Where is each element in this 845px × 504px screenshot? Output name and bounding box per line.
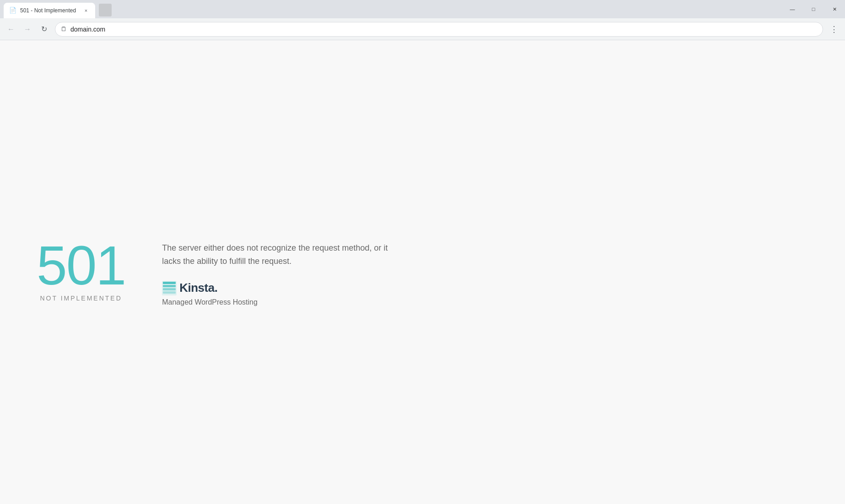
- minimize-button[interactable]: —: [782, 0, 803, 18]
- chrome-menu-button[interactable]: ⋮: [827, 22, 841, 37]
- maximize-button[interactable]: □: [803, 0, 824, 18]
- toolbar: ← → ↻ 🗒 ⋮: [0, 18, 845, 40]
- error-number: 501: [37, 238, 125, 293]
- close-icon: ✕: [833, 6, 837, 12]
- svg-rect-1: [163, 282, 176, 284]
- maximize-icon: □: [812, 6, 815, 12]
- back-icon: ←: [7, 25, 15, 33]
- kinsta-logo: Kinsta.: [162, 281, 400, 295]
- tab-bar: 📄 501 - Not Implemented ×: [4, 2, 112, 18]
- close-button[interactable]: ✕: [824, 0, 845, 18]
- forward-button[interactable]: →: [20, 22, 35, 37]
- error-code-section: 501 NOT IMPLEMENTED: [37, 238, 125, 302]
- reload-button[interactable]: ↻: [37, 22, 51, 37]
- error-details: The server either does not recognize the…: [162, 238, 400, 306]
- kinsta-tagline: Managed WordPress Hosting: [162, 298, 400, 306]
- error-label-text: NOT IMPLEMENTED: [40, 295, 122, 302]
- chrome-frame: 📄 501 - Not Implemented × — □ ✕ ← →: [0, 0, 845, 504]
- error-description: The server either does not recognize the…: [162, 241, 400, 268]
- reload-icon: ↻: [41, 25, 47, 33]
- page-info-icon: 🗒: [61, 26, 67, 32]
- tab-title: 501 - Not Implemented: [20, 7, 79, 14]
- title-bar: 📄 501 - Not Implemented × — □ ✕: [0, 0, 845, 18]
- forward-icon: →: [24, 25, 31, 33]
- kinsta-brand: Kinsta. Managed WordPress Hosting: [162, 281, 400, 306]
- page-content: 501 NOT IMPLEMENTED The server either do…: [0, 40, 845, 504]
- new-tab-placeholder: [99, 4, 112, 16]
- address-input[interactable]: [70, 26, 817, 33]
- svg-rect-2: [163, 285, 176, 287]
- address-bar[interactable]: 🗒: [55, 22, 823, 37]
- minimize-icon: —: [790, 6, 795, 12]
- svg-rect-4: [163, 291, 176, 294]
- error-container: 501 NOT IMPLEMENTED The server either do…: [37, 238, 400, 306]
- back-button[interactable]: ←: [4, 22, 18, 37]
- tab-page-icon: 📄: [9, 7, 16, 14]
- active-tab[interactable]: 📄 501 - Not Implemented ×: [4, 3, 95, 18]
- kinsta-icon: [162, 281, 177, 295]
- menu-dots-icon: ⋮: [830, 24, 839, 34]
- tab-close-button[interactable]: ×: [82, 7, 90, 14]
- window-controls: — □ ✕: [782, 0, 845, 18]
- svg-rect-3: [163, 288, 176, 290]
- kinsta-brand-name: Kinsta.: [179, 281, 217, 295]
